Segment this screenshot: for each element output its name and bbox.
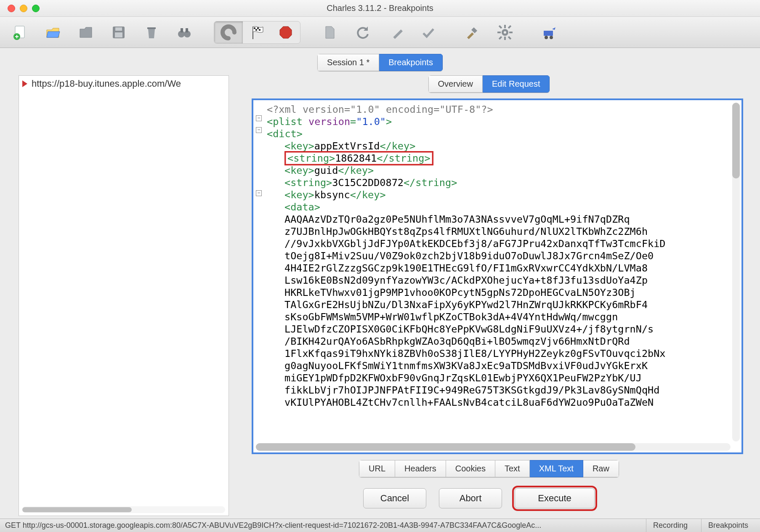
cart-icon [540, 24, 557, 41]
window-title: Charles 3.11.2 - Breakpoints [327, 3, 433, 13]
find-button[interactable] [170, 21, 199, 43]
status-text: GET http://gcs-us-00001.storage.googleap… [5, 521, 639, 530]
fold-toggle[interactable]: − [256, 115, 262, 121]
request-url: https://p18-buy.itunes.apple.com/We [32, 78, 181, 89]
status-recording: Recording [646, 519, 694, 532]
svg-point-28 [545, 36, 548, 39]
tab-session[interactable]: Session 1 * [317, 54, 379, 71]
svg-rect-27 [544, 31, 553, 36]
close-window-button[interactable] [8, 5, 15, 12]
fold-toggle[interactable]: − [256, 127, 262, 133]
active-connections-button[interactable] [534, 21, 563, 43]
breakpoints-toggle-button[interactable] [271, 21, 300, 43]
settings-button[interactable] [491, 21, 519, 43]
view-format-tabs: URL Headers Cookies Text XML Text Raw [359, 460, 619, 477]
tab-edit-request[interactable]: Edit Request [483, 75, 550, 93]
svg-rect-8 [181, 28, 183, 32]
tab-overview[interactable]: Overview [428, 75, 483, 93]
binoculars-icon [176, 24, 193, 41]
svg-rect-25 [499, 36, 502, 39]
throttle-button[interactable] [243, 21, 271, 43]
tab-url[interactable]: URL [359, 460, 395, 477]
folder-open-icon [45, 24, 61, 41]
svg-marker-15 [280, 27, 292, 38]
highlighted-value: <string>1862841</string> [284, 151, 433, 165]
titlebar: Charles 3.11.2 - Breakpoints [0, 0, 760, 17]
gear-icon [497, 24, 513, 41]
minimize-window-button[interactable] [20, 5, 27, 12]
refresh-icon [354, 24, 371, 41]
editor-h-scrollbar[interactable] [256, 443, 731, 451]
svg-rect-21 [509, 32, 513, 33]
recording-group [214, 21, 300, 44]
tools-button[interactable] [458, 21, 486, 43]
record-button[interactable] [214, 21, 243, 43]
request-list-sidebar: https://p18-buy.itunes.apple.com/We [19, 75, 229, 516]
svg-rect-24 [508, 25, 511, 28]
svg-rect-14 [259, 29, 260, 31]
check-icon [420, 24, 437, 41]
svg-rect-5 [147, 27, 156, 29]
validate-button[interactable] [414, 21, 443, 43]
tab-headers[interactable]: Headers [395, 460, 446, 477]
abort-button[interactable]: Abort [439, 488, 502, 508]
sidebar-h-scrollbar[interactable] [22, 506, 225, 513]
edit-button[interactable] [381, 21, 410, 43]
action-buttons: Cancel Abort Execute [235, 477, 743, 516]
statusbar: GET http://gcs-us-00001.storage.googleap… [0, 519, 760, 532]
status-breakpoints: Breakpoints [701, 519, 755, 532]
new-file-icon [12, 24, 29, 41]
svg-rect-19 [504, 37, 506, 40]
request-up-icon [22, 80, 27, 87]
xml-editor[interactable]: − − − <?xml version="1.0" encoding="UTF-… [252, 98, 743, 454]
main-tab-control: Session 1 * Breakpoints [317, 54, 443, 71]
svg-rect-4 [115, 32, 122, 37]
tab-text[interactable]: Text [495, 460, 530, 477]
svg-rect-20 [497, 32, 501, 33]
xml-code[interactable]: <?xml version="1.0" encoding="UTF-8"?> <… [253, 100, 741, 420]
cancel-button[interactable]: Cancel [363, 488, 426, 508]
svg-point-29 [550, 36, 553, 39]
svg-rect-13 [255, 29, 257, 31]
fold-gutter: − − − [253, 115, 264, 202]
tab-cookies[interactable]: Cookies [446, 460, 495, 477]
clear-button[interactable] [137, 21, 166, 43]
svg-rect-3 [115, 27, 122, 31]
tab-breakpoints[interactable]: Breakpoints [379, 54, 443, 71]
repeat-button[interactable] [348, 21, 377, 43]
svg-point-26 [504, 31, 506, 34]
document-icon [322, 24, 338, 41]
svg-rect-12 [257, 27, 259, 29]
compose-button[interactable] [316, 21, 344, 43]
editor-v-scrollbar[interactable] [732, 103, 740, 442]
svg-rect-16 [393, 29, 403, 39]
pencil-icon [387, 24, 404, 41]
svg-rect-11 [254, 27, 255, 29]
record-dial-icon [220, 24, 237, 41]
floppy-icon [110, 24, 127, 41]
svg-rect-18 [504, 25, 506, 28]
svg-rect-22 [499, 25, 502, 28]
close-session-button[interactable] [72, 21, 100, 43]
zoom-window-button[interactable] [32, 5, 40, 12]
toolbar [0, 17, 760, 48]
tab-raw[interactable]: Raw [583, 460, 619, 477]
request-list-item[interactable]: https://p18-buy.itunes.apple.com/We [19, 76, 229, 92]
svg-rect-9 [186, 28, 188, 32]
open-button[interactable] [39, 21, 67, 43]
detail-tab-control: Overview Edit Request [428, 75, 550, 93]
stop-sign-icon [277, 24, 294, 41]
tab-xml-text[interactable]: XML Text [530, 460, 583, 477]
tools-icon [464, 24, 481, 41]
checkered-flag-icon [249, 24, 266, 41]
new-session-button[interactable] [6, 21, 35, 43]
folder-icon [77, 24, 94, 41]
fold-toggle[interactable]: − [256, 190, 262, 196]
trash-icon [143, 24, 160, 41]
save-button[interactable] [104, 21, 133, 43]
svg-rect-23 [508, 36, 511, 39]
execute-button[interactable]: Execute [515, 488, 595, 508]
